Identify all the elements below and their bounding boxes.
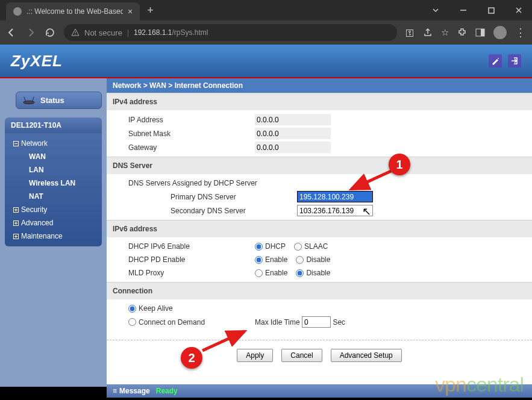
section-ipv4: IPv4 address [107,93,532,110]
nav-lan[interactable]: LAN [5,163,102,177]
cancel-button[interactable]: Cancel [281,349,322,362]
device-icon [22,96,36,105]
panel-icon[interactable] [475,28,485,37]
browser-titlebar: .:: Welcome to the Web-Based C × + [0,0,532,20]
logout-icon[interactable] [508,54,521,67]
advanced-setup-button[interactable]: Advanced Setup [331,349,402,362]
collapse-icon [13,141,19,146]
ondemand-radio[interactable] [128,318,136,326]
dns-assigned-label: DNS Servers Assigned by DHCP Server [128,179,257,187]
model-label: DEL1201-T10A [5,117,102,133]
gateway-label: Gateway [128,143,255,152]
subnet-value [255,128,331,139]
annotation-1: 1 [389,154,410,175]
ip-address-value [255,114,331,125]
svg-rect-1 [489,8,494,13]
section-ipv6: IPv6 address [107,220,532,237]
dhcp-pd-enable-radio[interactable] [255,256,263,264]
nav-wireless-lan[interactable]: Wireless LAN [5,177,102,190]
expand-icon [13,234,19,239]
svg-line-10 [202,331,245,351]
browser-tab[interactable]: .:: Welcome to the Web-Based C × [6,2,140,20]
dhcp-ipv6-dhcp-radio[interactable] [255,243,263,251]
svg-point-6 [23,101,34,104]
expand-icon [13,220,19,226]
maxidle-unit: Sec [333,318,345,327]
reload-button[interactable] [45,27,55,38]
nav-network[interactable]: Network [5,137,102,150]
window-close-button[interactable] [505,2,532,19]
new-tab-button[interactable]: + [147,4,154,17]
url-path: /rpSys.html [172,28,208,37]
svg-rect-5 [481,29,484,36]
window-minimize-button[interactable] [450,2,477,19]
content: Network > WAN > Internet Connection IPv4… [107,78,532,387]
watermark: vpncentral [435,373,524,396]
address-bar[interactable]: Not secure | 192.168.1.1/rpSys.html [64,24,397,41]
router-header: ZyXEL [0,45,532,78]
router-page: ZyXEL Status DEL1201-T10A Network WAN LA… [0,45,532,400]
nav-nat[interactable]: NAT [5,190,102,203]
nav-tree: Network WAN LAN Wireless LAN NAT Securit… [5,133,102,246]
dhcp-pd-label: DHCP PD Enable [128,255,255,264]
nav-security[interactable]: Security [5,203,102,216]
svg-point-3 [75,34,75,34]
logo: ZyXEL [11,52,63,70]
extensions-icon[interactable] [457,28,467,37]
dhcp-ipv6-slaac-radio[interactable] [294,243,302,251]
mld-proxy-label: MLD Proxy [128,269,255,277]
gateway-value [255,142,331,153]
cursor-icon: ↖ [362,205,371,218]
tab-title: .:: Welcome to the Web-Based C [27,7,123,16]
svg-line-8 [32,97,34,101]
nav-maintenance[interactable]: Maintenance [5,230,102,243]
tab-favicon [13,7,22,16]
wizard-icon[interactable] [489,54,502,67]
warning-icon [71,28,80,37]
back-button[interactable] [6,27,17,38]
url-host: 192.168.1.1 [134,28,172,37]
maxidle-label: Max Idle Time [255,318,300,327]
status-ready: Ready [156,387,178,395]
security-label: Not secure [84,28,122,37]
dhcp-pd-disable-radio[interactable] [296,256,304,264]
breadcrumb: Network > WAN > Internet Connection [107,78,532,93]
forward-button[interactable] [25,27,36,38]
window-maximize-button[interactable] [478,2,504,19]
nav-advanced[interactable]: Advanced [5,216,102,230]
secondary-dns-label: Secondary DNS Server [128,207,297,215]
tab-close-icon[interactable]: × [128,7,133,16]
status-label: Status [40,96,64,105]
nav-wan[interactable]: WAN [5,150,102,163]
share-icon[interactable] [423,28,433,37]
sidebar: Status DEL1201-T10A Network WAN LAN Wire… [0,78,107,387]
button-row: Apply Cancel Advanced Setup [107,340,532,374]
maxidle-input[interactable] [302,316,331,328]
chevron-down-icon[interactable] [422,2,449,19]
annotation-arrow-2 [198,327,249,354]
menu-icon[interactable]: ⋮ [515,26,526,39]
status-button[interactable]: Status [16,92,102,109]
status-message-label: ≡Message [113,387,150,395]
profile-avatar[interactable] [493,26,507,39]
section-connection: Connection [107,282,532,299]
svg-line-9 [351,171,391,189]
section-dns: DNS Server [107,157,532,174]
svg-line-7 [24,97,26,101]
ondemand-label: Connect on Demand [139,318,205,327]
dhcp-ipv6-label: DHCP IPv6 Enable [128,242,255,251]
expand-icon [13,207,19,213]
key-icon[interactable]: ⚿ [405,28,415,38]
ip-address-label: IP Address [128,116,255,124]
keepalive-radio[interactable] [128,305,136,313]
browser-toolbar: Not secure | 192.168.1.1/rpSys.html ⚿ ☆ … [0,20,532,45]
annotation-2: 2 [181,347,202,369]
primary-dns-label: Primary DNS Server [128,193,297,201]
keepalive-label: Keep Alive [139,304,173,313]
star-icon[interactable]: ☆ [441,27,449,38]
mld-disable-radio[interactable] [296,269,304,277]
subnet-label: Subnet Mask [128,130,255,138]
mld-enable-radio[interactable] [255,269,263,277]
annotation-arrow-1 [346,167,395,194]
